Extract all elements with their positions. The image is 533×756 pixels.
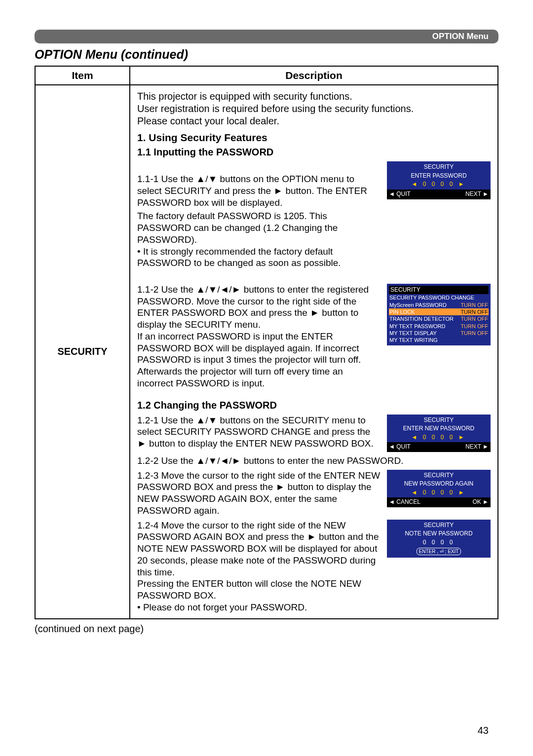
osd-menu-label: MY TEXT DISPLAY: [389, 330, 437, 337]
step-121: 1.2-1 Use the ▲/▼ buttons on the SECURIT…: [137, 415, 491, 452]
step-111-text: 1.1-1 Use the ▲/▼ buttons on the OPTION …: [137, 174, 367, 208]
osd-menu-label: SECURITY PASSWORD CHANGE: [389, 294, 474, 301]
osd-footer2: ◄ QUIT NEXT ►: [387, 442, 491, 452]
osd-cancel: ◄ CANCEL: [389, 498, 420, 506]
osd-menu-label: MY TEXT PASSWORD: [389, 323, 446, 330]
osd-title: SECURITY: [390, 163, 488, 171]
osd-digits: ◄ 0 0 0 0 ►: [390, 181, 488, 189]
step-124-text: 1.2-4 Move the cursor to the right side …: [137, 520, 381, 613]
osd-menu-value: TURN OFF: [460, 323, 488, 330]
step-121-text: 1.2-1 Use the ▲/▼ buttons on the SECURIT…: [137, 415, 381, 450]
osd-footer: ◄ QUIT NEXT ►: [387, 189, 491, 199]
osd-menu-label: PIN LOCK: [389, 308, 415, 315]
description-cell: This projector is equipped with security…: [130, 85, 498, 619]
section-12-title: 1.2 Changing the PASSWORD: [137, 399, 491, 412]
osd-next2: NEXT ►: [465, 443, 489, 451]
osd-title4: SECURITY: [390, 522, 488, 529]
osd-menu-row: MyScreen PASSWORDTURN OFF: [389, 302, 489, 308]
osd-menu-row: TRANSITION DETECTORTURN OFF: [389, 315, 489, 322]
osd-menu-label: TRANSITION DETECTOR: [389, 315, 454, 322]
step-122-text: 1.2-2 Use the ▲/▼/◄/► buttons to enter t…: [137, 455, 491, 467]
section-1-title: 1. Using Security Features: [137, 131, 491, 144]
main-table: Item Description SECURITY This projector…: [35, 66, 498, 619]
osd-ok: OK ►: [472, 498, 489, 506]
header-bar: OPTION Menu: [35, 30, 498, 43]
osd-note-new: NOTE NEW PASSWORD: [390, 530, 488, 538]
osd-security-menu: SECURITY SECURITY PASSWORD CHANGEMyScree…: [387, 284, 491, 346]
osd-menu-title: SECURITY: [389, 286, 489, 295]
osd-digits4: 0 0 0 0: [390, 539, 488, 547]
osd-menu-row: MY TEXT PASSWORDTURN OFF: [389, 323, 489, 330]
osd-title3: SECURITY: [390, 472, 488, 480]
osd-menu-value: TURN OFF: [460, 315, 488, 322]
step-112: 1.1-2 Use the ▲/▼/◄/► buttons to enter t…: [137, 284, 491, 389]
step-123: 1.2-3 Move the cursor to the right side …: [137, 470, 491, 517]
osd-enter-new-password: SECURITY ENTER NEW PASSWORD ◄ 0 0 0 0 ► …: [387, 415, 491, 452]
step-124: 1.2-4 Move the cursor to the right side …: [137, 520, 491, 613]
osd-menu-label: MyScreen PASSWORD: [389, 302, 447, 308]
step-122: 1.2-2 Use the ▲/▼/◄/► buttons to enter t…: [137, 455, 491, 467]
osd-digits2: ◄ 0 0 0 0 ►: [390, 434, 488, 442]
osd-menu-row: SECURITY PASSWORD CHANGE: [389, 294, 489, 301]
section-11-title: 1.1 Inputting the PASSWORD: [137, 146, 491, 158]
osd-menu-value: TURN OFF: [460, 330, 488, 337]
continued-text: (continued on next page): [35, 623, 498, 635]
osd-enter-pw: ENTER PASSWORD: [390, 172, 488, 180]
osd-menu-label: MY TEXT WRITING: [389, 337, 438, 343]
header-label: OPTION Menu: [432, 32, 489, 41]
intro-text: This projector is equipped with security…: [137, 90, 491, 127]
osd-menu-row: MY TEXT WRITING: [389, 337, 489, 343]
osd-quit: ◄ QUIT: [389, 190, 411, 198]
page-number: 43: [478, 725, 489, 736]
col-header-item: Item: [35, 66, 130, 85]
step-111-note: The factory default PASSWORD is 1205. Th…: [137, 210, 381, 269]
osd-menu-value: TURN OFF: [460, 302, 488, 308]
osd-next: NEXT ►: [465, 190, 489, 198]
osd-enter-exit-wrap: ENTER , ⏎ ; EXIT: [390, 548, 488, 556]
osd-digits3: ◄ 0 0 0 0 ►: [390, 489, 488, 497]
osd-new-password-again: SECURITY NEW PASSWORD AGAIN ◄ 0 0 0 0 ► …: [387, 470, 491, 507]
item-name: SECURITY: [35, 85, 130, 619]
osd-new-pw-again: NEW PASSWORD AGAIN: [390, 480, 488, 488]
step-111: 1.1-1 Use the ▲/▼ buttons on the OPTION …: [137, 161, 491, 281]
osd-title2: SECURITY: [390, 416, 488, 424]
osd-footer3: ◄ CANCEL OK ►: [387, 497, 491, 507]
page-title: OPTION Menu (continued): [35, 47, 498, 62]
osd-menu-row: MY TEXT DISPLAYTURN OFF: [389, 330, 489, 337]
osd-enter-new: ENTER NEW PASSWORD: [390, 425, 488, 433]
osd-enter-exit: ENTER , ⏎ ; EXIT: [417, 548, 461, 555]
col-header-desc: Description: [130, 66, 498, 85]
step-123-text: 1.2-3 Move the cursor to the right side …: [137, 470, 381, 517]
osd-menu-list: SECURITY PASSWORD CHANGEMyScreen PASSWOR…: [389, 294, 489, 343]
osd-menu-row: PIN LOCKTURN OFF: [389, 308, 489, 315]
osd-note-new-password: SECURITY NOTE NEW PASSWORD 0 0 0 0 ENTER…: [387, 520, 491, 558]
osd-menu-value: TURN OFF: [460, 308, 488, 315]
osd-enter-password: SECURITY ENTER PASSWORD ◄ 0 0 0 0 ► ◄ QU…: [387, 161, 491, 199]
step-112-text: 1.1-2 Use the ▲/▼/◄/► buttons to enter t…: [137, 284, 381, 389]
osd-quit2: ◄ QUIT: [389, 443, 411, 451]
